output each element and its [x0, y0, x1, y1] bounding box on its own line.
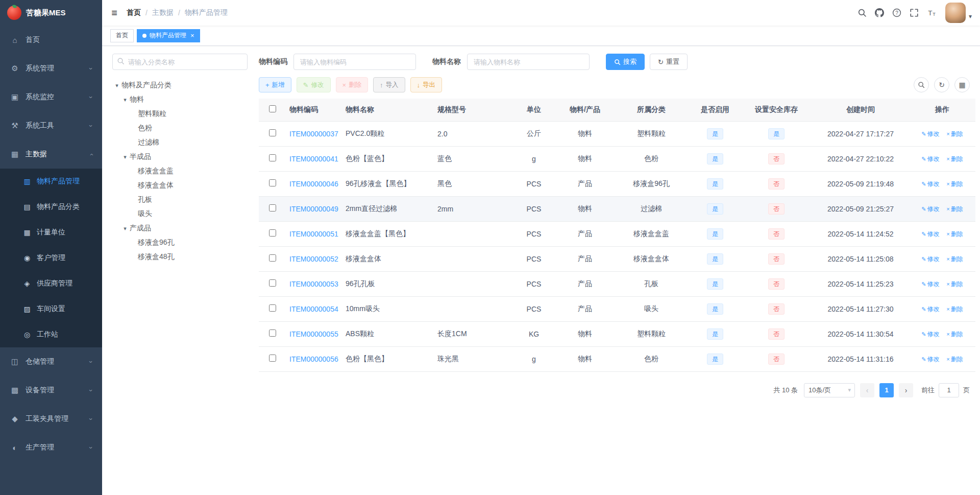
- sidebar-item-material-product-manage[interactable]: ▥ 物料产品管理: [0, 169, 102, 194]
- select-all-checkbox[interactable]: [269, 105, 276, 112]
- sidebar-item-system-manage[interactable]: ⚙ 系统管理 ›: [0, 54, 102, 83]
- tree-node[interactable]: 塑料颗粒: [112, 107, 248, 121]
- avatar[interactable]: [945, 3, 966, 23]
- row-checkbox[interactable]: [269, 329, 276, 337]
- material-code-input[interactable]: [293, 54, 416, 70]
- caret-down-icon[interactable]: ▾: [120, 154, 130, 160]
- edit-button[interactable]: ✎ 修改: [297, 77, 331, 92]
- edit-link[interactable]: ✎修改: [921, 230, 939, 238]
- toggle-search-button[interactable]: [914, 77, 929, 92]
- edit-link[interactable]: ✎修改: [921, 255, 939, 263]
- app-logo[interactable]: 苦糖果MES: [0, 0, 102, 26]
- sidebar-item-system-monitor[interactable]: ▣ 系统监控 ›: [0, 83, 102, 111]
- tree-node[interactable]: 孔板: [112, 193, 248, 207]
- table-row[interactable]: ITEM00000046 96孔移液盒【黑色】 黑色 PCS 产品 移液盒96孔…: [259, 171, 975, 196]
- sidebar-item-fixture-manage[interactable]: ◆ 工装夹具管理 ›: [0, 405, 102, 433]
- export-button[interactable]: ↓ 导出: [410, 77, 443, 92]
- material-name-input[interactable]: [467, 54, 590, 70]
- material-code-link[interactable]: ITEM00000049: [289, 205, 338, 213]
- table-row[interactable]: ITEM00000037 PVC2.0颗粒 2.0 公斤 物料 塑料颗粒 是 是…: [259, 121, 975, 146]
- table-row[interactable]: ITEM00000054 10mm吸头 PCS 产品 吸头 是 否 2022-0…: [259, 296, 975, 321]
- row-checkbox[interactable]: [269, 229, 276, 237]
- delete-link[interactable]: ×删除: [946, 280, 963, 288]
- github-link-button[interactable]: [871, 0, 888, 26]
- tree-node[interactable]: 移液盒48孔: [112, 250, 248, 264]
- material-code-link[interactable]: ITEM00000051: [289, 230, 338, 238]
- row-checkbox[interactable]: [269, 204, 276, 211]
- sidebar-item-supplier-manage[interactable]: ◈ 供应商管理: [0, 271, 102, 296]
- sidebar-item-warehouse-manage[interactable]: ◫ 仓储管理 ›: [0, 347, 102, 376]
- tree-node[interactable]: 移液盒盒盖: [112, 164, 248, 178]
- tree-node[interactable]: ▾ 物料: [112, 92, 248, 107]
- goto-page-input[interactable]: [939, 383, 959, 397]
- sidebar-item-system-tools[interactable]: ⚒ 系统工具 ›: [0, 111, 102, 140]
- edit-link[interactable]: ✎修改: [921, 205, 939, 213]
- search-button[interactable]: 搜索: [606, 54, 645, 70]
- column-settings-button[interactable]: ▦: [954, 77, 970, 92]
- page-number-button[interactable]: 1: [879, 383, 894, 397]
- row-checkbox[interactable]: [269, 154, 276, 161]
- material-code-link[interactable]: ITEM00000055: [289, 330, 338, 338]
- tab-material-product-manage[interactable]: 物料产品管理 ×: [137, 29, 200, 42]
- delete-button[interactable]: × 删除: [336, 77, 369, 92]
- help-button[interactable]: ?: [888, 0, 905, 26]
- prev-page-button[interactable]: ‹: [860, 383, 874, 397]
- next-page-button[interactable]: ›: [899, 383, 913, 397]
- page-size-select[interactable]: 10条/页 ▾: [804, 383, 855, 397]
- table-row[interactable]: ITEM00000053 96孔孔板 PCS 产品 孔板 是 否 2022-05…: [259, 271, 975, 296]
- import-button[interactable]: ↑ 导入: [373, 77, 405, 92]
- category-search-input[interactable]: [112, 54, 248, 70]
- header-search-button[interactable]: [853, 0, 871, 26]
- material-code-link[interactable]: ITEM00000046: [289, 180, 338, 188]
- table-row[interactable]: ITEM00000052 移液盒盒体 PCS 产品 移液盒盒体 是 否 2022…: [259, 246, 975, 271]
- font-size-button[interactable]: TT: [923, 0, 940, 26]
- edit-link[interactable]: ✎修改: [921, 305, 939, 313]
- sidebar-item-workshop-setting[interactable]: ▨ 车间设置: [0, 296, 102, 322]
- tree-node[interactable]: ▾ 产成品: [112, 221, 248, 235]
- refresh-button[interactable]: ↻: [934, 77, 949, 92]
- caret-down-icon[interactable]: ▾: [112, 82, 121, 89]
- sidebar-collapse-button[interactable]: ≡: [102, 0, 127, 26]
- delete-link[interactable]: ×删除: [946, 356, 963, 363]
- table-row[interactable]: ITEM00000049 2mm直径过滤棉 2mm PCS 物料 过滤棉 是 否…: [259, 196, 975, 221]
- sidebar-item-equipment-manage[interactable]: ▩ 设备管理 ›: [0, 376, 102, 405]
- tree-node[interactable]: 色粉: [112, 121, 248, 135]
- sidebar-item-customer-manage[interactable]: ◉ 客户管理: [0, 245, 102, 271]
- tab-home[interactable]: 首页: [110, 29, 134, 42]
- reset-button[interactable]: ↻ 重置: [650, 54, 688, 70]
- breadcrumb-home[interactable]: 首页: [127, 8, 141, 17]
- sidebar-item-production-manage[interactable]: ◐ 生产管理 ›: [0, 433, 102, 462]
- add-button[interactable]: + 新增: [259, 77, 291, 92]
- material-code-link[interactable]: ITEM00000053: [289, 280, 338, 288]
- row-checkbox[interactable]: [269, 254, 276, 262]
- material-code-link[interactable]: ITEM00000037: [289, 130, 338, 138]
- row-checkbox[interactable]: [269, 129, 276, 136]
- edit-link[interactable]: ✎修改: [921, 331, 939, 338]
- delete-link[interactable]: ×删除: [946, 255, 963, 263]
- tree-node[interactable]: 过滤棉: [112, 135, 248, 150]
- row-checkbox[interactable]: [269, 355, 276, 362]
- delete-link[interactable]: ×删除: [946, 305, 963, 313]
- delete-link[interactable]: ×删除: [946, 130, 963, 137]
- delete-link[interactable]: ×删除: [946, 205, 963, 213]
- table-row[interactable]: ITEM00000041 色粉【蓝色】 蓝色 g 物料 色粉 是 否 2022-…: [259, 146, 975, 171]
- tab-close-icon[interactable]: ×: [190, 32, 194, 39]
- edit-link[interactable]: ✎修改: [921, 180, 939, 187]
- caret-down-icon[interactable]: ▾: [120, 97, 130, 103]
- delete-link[interactable]: ×删除: [946, 230, 963, 238]
- user-menu[interactable]: ▾: [945, 3, 972, 23]
- delete-link[interactable]: ×删除: [946, 331, 963, 338]
- material-code-link[interactable]: ITEM00000041: [289, 155, 338, 163]
- sidebar-item-workstation[interactable]: ◎ 工作站: [0, 322, 102, 347]
- fullscreen-button[interactable]: [905, 0, 923, 26]
- tree-node[interactable]: 移液盒盒体: [112, 178, 248, 193]
- tree-node[interactable]: ▾ 物料及产品分类: [112, 78, 248, 92]
- tree-node[interactable]: 吸头: [112, 207, 248, 221]
- delete-link[interactable]: ×删除: [946, 180, 963, 187]
- material-code-link[interactable]: ITEM00000056: [289, 355, 338, 363]
- material-code-link[interactable]: ITEM00000052: [289, 255, 338, 263]
- edit-link[interactable]: ✎修改: [921, 130, 939, 137]
- edit-link[interactable]: ✎修改: [921, 356, 939, 363]
- row-checkbox[interactable]: [269, 179, 276, 186]
- sidebar-item-measure-unit[interactable]: ▦ 计量单位: [0, 220, 102, 245]
